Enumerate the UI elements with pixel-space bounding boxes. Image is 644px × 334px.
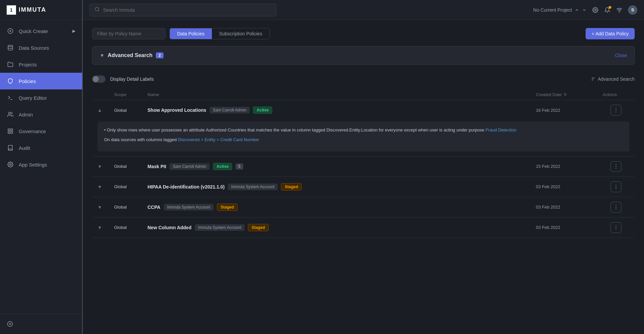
expand-icon-2[interactable]: ▼ [97, 164, 114, 169]
project-selector[interactable]: No Current Project [533, 7, 587, 13]
table-row: ▼ Global Mask PII Sam Carroll Admin Acti… [92, 156, 635, 177]
advanced-search-panel: ▼ Advanced Search 2 Close [92, 46, 635, 65]
users-icon [7, 111, 14, 118]
notifications-icon[interactable] [604, 7, 611, 13]
display-labels-text: Display Detail Labels [110, 76, 154, 82]
scope-2: Global [114, 164, 147, 169]
filter-bar: Data Policies Subscription Policies + Ad… [92, 28, 635, 39]
filter-input[interactable] [92, 28, 166, 39]
created-date-2: 15 Feb 2022 [536, 164, 603, 169]
actions-cell-5: ⋮ [603, 222, 629, 233]
sidebar-item-audit[interactable]: Audit [0, 139, 82, 156]
scope-1: Global [114, 108, 147, 113]
terminal-icon [7, 94, 14, 101]
sidebar-item-label-governance: Governance [19, 128, 46, 134]
svg-point-10 [10, 164, 11, 165]
status-badge-2: Active [213, 163, 232, 170]
svg-rect-9 [8, 132, 10, 133]
action-button-3[interactable]: ⋮ [611, 182, 621, 192]
logo: 1 IMMUTA [0, 0, 82, 20]
col-header-created[interactable]: Created Date ⇅ [536, 92, 603, 97]
tab-data-policies[interactable]: Data Policies [170, 28, 212, 39]
add-data-policy-button[interactable]: + Add Data Policy [586, 28, 635, 39]
action-button-1[interactable]: ⋮ [611, 105, 621, 115]
actions-cell-1: ⋮ [603, 105, 629, 115]
action-button-4[interactable]: ⋮ [611, 202, 621, 213]
close-advanced-search-button[interactable]: Close [615, 53, 627, 58]
search-input[interactable] [103, 7, 271, 13]
policy-name-cell-4: CCPA Immuta System Account Staged [147, 204, 536, 211]
chevron-down-icon[interactable]: ▼ [100, 53, 104, 58]
svg-line-15 [98, 10, 99, 11]
action-button-5[interactable]: ⋮ [611, 222, 621, 233]
svg-point-3 [8, 45, 13, 47]
expand-icon-3[interactable]: ▼ [97, 184, 114, 190]
fraud-detection-link[interactable]: Fraud Detection [486, 127, 517, 132]
discovered-entity-link[interactable]: Discovered > Entity > Credit Card Number [178, 137, 259, 142]
col-header-scope: Scope [114, 92, 147, 97]
policy-row-wrapper-5: ▼ Global New Column Added Immuta System … [92, 218, 635, 238]
sidebar-item-label-app-settings: App Settings [19, 162, 47, 168]
action-button-2[interactable]: ⋮ [611, 161, 621, 172]
svg-rect-6 [8, 129, 10, 130]
author-badge-5: Immuta System Account [195, 224, 245, 231]
policy-name-cell-3: HIPAA De-identification (v2021.1.0) Immu… [147, 183, 536, 191]
content-area: Data Policies Subscription Policies + Ad… [83, 20, 644, 334]
policy-name-2: Mask PII [147, 164, 166, 169]
created-date-3: 03 Feb 2022 [536, 184, 603, 189]
policy-name-cell-2: Mask PII Sam Carroll Admin Active 5 [147, 163, 536, 170]
num-badge-2: 5 [236, 163, 243, 170]
project-label: No Current Project [533, 7, 572, 13]
scope-3: Global [114, 184, 147, 189]
svg-rect-8 [11, 132, 13, 133]
svg-rect-7 [11, 129, 13, 130]
author-badge-4: Immuta System Account [164, 204, 214, 211]
sidebar-item-query-editor[interactable]: Query Editor [0, 89, 82, 106]
col-header-name: Name [147, 92, 536, 97]
sidebar-nav: Quick Create ▶ Data Sources Projects [0, 20, 82, 314]
svg-point-18 [619, 12, 620, 12]
sidebar-item-label-data-sources: Data Sources [19, 45, 49, 51]
policy-row-wrapper-1: ▲ Global Show Approved Locations Sam Car… [92, 100, 635, 156]
table-header: Scope Name Created Date ⇅ Actions [92, 89, 635, 100]
search-bar[interactable] [89, 4, 276, 16]
policy-detail-1: • Only show rows where user possesses an… [97, 121, 629, 151]
broadcast-icon[interactable] [616, 7, 623, 13]
sidebar-item-governance[interactable]: Governance [0, 123, 82, 139]
policy-row-wrapper-4: ▼ Global CCPA Immuta System Account Stag… [92, 197, 635, 218]
database-icon [7, 44, 14, 51]
topbar-right: No Current Project S [533, 5, 637, 15]
sidebar-bottom-settings[interactable] [7, 318, 75, 330]
sidebar-item-projects[interactable]: Projects [0, 56, 82, 73]
policy-tab-group: Data Policies Subscription Policies [170, 28, 270, 39]
sidebar-item-policies[interactable]: Policies [0, 73, 82, 89]
advanced-search-link-label: Advanced Search [598, 76, 635, 82]
advanced-search-badge: 2 [156, 52, 164, 58]
advanced-search-link[interactable]: Advanced Search [591, 76, 635, 82]
scope-4: Global [114, 205, 147, 210]
advanced-search-header: ▼ Advanced Search 2 Close [100, 52, 627, 58]
sidebar-item-label-admin: Admin [19, 112, 33, 117]
display-labels-toggle[interactable] [92, 75, 105, 83]
user-avatar[interactable]: S [628, 5, 637, 15]
sidebar-item-data-sources[interactable]: Data Sources [0, 39, 82, 56]
policy-name-5: New Column Added [147, 225, 192, 230]
sidebar-item-admin[interactable]: Admin [0, 106, 82, 123]
notification-dot [609, 6, 611, 9]
cog-icon [7, 161, 14, 168]
policy-name-1: Show Approved Locations [147, 107, 206, 113]
svg-point-14 [95, 7, 99, 11]
status-badge-4: Staged [217, 204, 238, 211]
actions-cell-4: ⋮ [603, 202, 629, 213]
table-row: ▼ Global HIPAA De-identification (v2021.… [92, 177, 635, 197]
chevron-right-icon: ▶ [72, 29, 75, 33]
sidebar-item-app-settings[interactable]: App Settings [0, 156, 82, 173]
expand-icon-4[interactable]: ▼ [97, 205, 114, 210]
expand-icon-5[interactable]: ▼ [97, 225, 114, 230]
tab-subscription-policies[interactable]: Subscription Policies [212, 28, 270, 39]
expand-icon-1[interactable]: ▲ [97, 107, 114, 113]
status-badge-1: Active [253, 106, 272, 114]
policy-name-cell-5: New Column Added Immuta System Account S… [147, 224, 536, 231]
sidebar-item-quick-create[interactable]: Quick Create ▶ [0, 23, 82, 39]
settings-icon[interactable] [592, 7, 599, 13]
